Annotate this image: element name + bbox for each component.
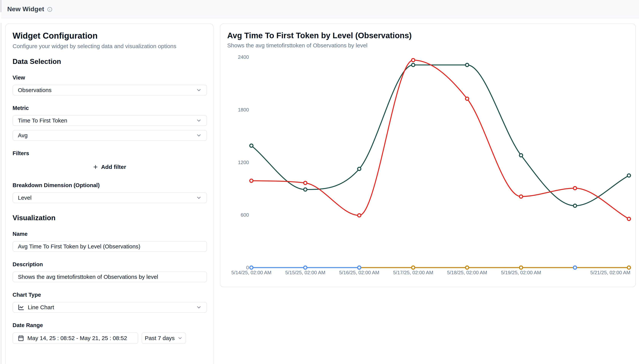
series-red-point	[627, 217, 631, 220]
date-preset-button[interactable]: Past 7 days	[142, 332, 186, 344]
series-teal-point	[519, 154, 523, 157]
filters-label: Filters	[13, 150, 206, 157]
y-axis-tick-label: 1800	[238, 107, 249, 112]
x-axis-tick-label: 5/18/25, 02:00 AM	[447, 270, 487, 276]
calendar-icon	[18, 335, 24, 341]
x-axis-tick-label: 5/14/25, 02:00 AM	[231, 270, 271, 276]
chart-type-select[interactable]: Line Chart	[13, 302, 207, 313]
series-blue-point	[304, 266, 307, 269]
series-red-point	[573, 186, 576, 190]
x-axis-tick-label: 5/19/25, 02:00 AM	[501, 270, 541, 276]
chevron-down-icon	[196, 195, 202, 201]
series-red-point	[519, 195, 523, 198]
config-panel-title: Widget Configuration	[13, 31, 206, 41]
metric-select[interactable]: Time To First Token	[13, 115, 207, 126]
info-icon[interactable]	[47, 7, 52, 12]
x-axis-tick-label: 5/15/25, 02:00 AM	[285, 270, 325, 276]
series-red-point	[358, 214, 361, 217]
chart-type-label: Chart Type	[13, 291, 206, 298]
series-blue-point	[358, 266, 361, 269]
description-input[interactable]	[18, 274, 202, 280]
add-filter-button[interactable]: Add filter	[87, 161, 132, 173]
config-panel-subtitle: Configure your widget by selecting data …	[13, 42, 206, 50]
chevron-down-icon	[196, 118, 202, 124]
add-filter-label: Add filter	[101, 164, 126, 170]
widget-config-panel: Widget Configuration Configure your widg…	[5, 24, 214, 364]
y-axis-tick-label: 600	[241, 212, 249, 218]
series-red-point	[465, 97, 469, 100]
x-axis-tick-label: 5/16/25, 02:00 AM	[339, 270, 379, 276]
visualization-heading: Visualization	[13, 214, 206, 222]
chart-header: Avg Time To First Token by Level (Observ…	[220, 24, 635, 49]
date-range-button[interactable]: May 14, 25 : 08:52 - May 21, 25 : 08:52	[13, 332, 138, 344]
sidebar-edge-line	[1, 23, 1, 364]
breakdown-select[interactable]: Level	[13, 192, 207, 203]
date-range-row: May 14, 25 : 08:52 - May 21, 25 : 08:52 …	[13, 332, 206, 344]
name-input[interactable]	[18, 243, 202, 250]
chevron-down-icon	[196, 304, 202, 310]
chevron-down-icon	[196, 132, 202, 138]
data-selection-heading: Data Selection	[13, 58, 206, 66]
series-teal-point	[304, 188, 307, 191]
series-red-point	[250, 179, 253, 182]
y-axis-tick-label: 2400	[238, 54, 249, 60]
page-title: New Widget	[7, 5, 44, 13]
view-label: View	[13, 74, 206, 81]
plus-icon	[93, 164, 98, 170]
chevron-down-icon	[196, 87, 202, 93]
chart-preview-panel: Avg Time To First Token by Level (Observ…	[220, 24, 636, 287]
series-red-point	[412, 58, 415, 62]
chart-subtitle: Shows the avg timetofirsttoken of Observ…	[227, 42, 628, 49]
chevron-down-icon	[177, 336, 183, 341]
date-range-label: Date Range	[13, 322, 206, 329]
y-axis-tick-label: 1200	[238, 160, 249, 165]
series-orange-point	[412, 266, 415, 269]
breakdown-select-value: Level	[18, 194, 196, 201]
aggregation-select-value: Avg	[18, 132, 196, 139]
date-preset-value: Past 7 days	[145, 335, 175, 341]
aggregation-select[interactable]: Avg	[13, 130, 207, 141]
page-header: New Widget	[1, 0, 639, 18]
description-label: Description	[13, 261, 206, 268]
view-select-value: Observations	[18, 87, 196, 94]
series-teal-point	[250, 144, 253, 147]
description-input-wrap	[13, 272, 207, 282]
chart-title: Avg Time To First Token by Level (Observ…	[227, 31, 628, 40]
series-orange-point	[519, 266, 523, 269]
series-teal-point	[573, 204, 576, 207]
series-teal-point	[627, 174, 631, 177]
series-orange-point	[465, 266, 469, 269]
series-teal-point	[358, 167, 361, 170]
series-teal-point	[412, 63, 415, 66]
chart-line-icon	[18, 304, 24, 310]
metric-label: Metric	[13, 104, 206, 112]
series-red-point	[304, 181, 307, 184]
view-select[interactable]: Observations	[13, 85, 207, 96]
date-range-value: May 14, 25 : 08:52 - May 21, 25 : 08:52	[28, 335, 127, 341]
breakdown-label: Breakdown Dimension (Optional)	[13, 182, 206, 189]
series-teal-line	[251, 65, 629, 206]
series-orange-point	[627, 266, 631, 269]
name-label: Name	[13, 230, 206, 237]
series-red-line	[251, 60, 629, 219]
x-axis-tick-label: 5/17/25, 02:00 AM	[393, 270, 433, 276]
line-chart[interactable]: 06001200180024005/14/25, 02:00 AM5/15/25…	[220, 24, 636, 288]
series-blue-point	[250, 266, 253, 269]
series-blue-point	[573, 266, 576, 269]
x-axis-tick-label: 5/21/25, 02:00 AM	[590, 270, 630, 276]
name-input-wrap	[13, 241, 207, 252]
metric-select-value: Time To First Token	[18, 117, 196, 124]
add-filter-row: Add filter	[13, 161, 206, 173]
chart-type-select-value: Line Chart	[28, 304, 196, 310]
series-teal-point	[465, 63, 469, 66]
